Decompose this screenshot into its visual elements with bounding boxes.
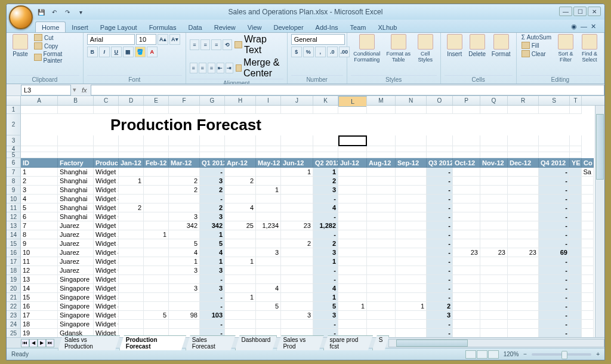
cell[interactable]: Aug-12 [367,158,396,168]
cell[interactable] [570,257,582,266]
cell[interactable]: Juarez [58,248,94,257]
cell[interactable] [508,221,539,230]
cell[interactable] [582,239,594,248]
cell[interactable] [281,230,313,239]
cell[interactable] [480,177,508,186]
cell[interactable]: - [313,230,338,239]
cell[interactable] [367,311,396,320]
cell[interactable] [453,239,480,248]
cell[interactable]: - [427,203,453,212]
underline-button[interactable]: U [111,47,122,57]
cell[interactable]: 23 [281,221,313,230]
cell[interactable] [480,168,508,177]
cell[interactable]: Widget 1 [94,221,119,230]
cell[interactable]: - [539,329,570,337]
cell[interactable] [256,266,281,275]
cell[interactable]: 2 [313,177,338,186]
cell[interactable]: 8 [21,230,58,239]
cell[interactable] [396,239,427,248]
cell[interactable] [119,221,144,230]
delete-cells-button[interactable]: Delete [467,34,487,57]
cell[interactable] [508,311,539,320]
cell[interactable]: 1 [200,230,225,239]
cell[interactable] [338,195,367,203]
cell[interactable] [367,239,396,248]
cell[interactable] [570,302,582,311]
cell[interactable]: 2 [21,177,58,186]
cell[interactable] [396,293,427,302]
cell[interactable] [169,230,200,239]
cell[interactable] [21,106,58,114]
cell[interactable]: Widget 6 [94,320,119,329]
row-header[interactable]: 5 [7,152,21,158]
cell[interactable] [480,329,508,337]
redo-icon[interactable]: ↷ [63,7,72,17]
cell[interactable] [427,135,453,146]
cell[interactable]: Singapore [58,302,94,311]
cell[interactable]: Jan-12 [119,158,144,168]
cell[interactable] [58,106,94,114]
cell[interactable]: 2 [169,177,200,186]
cell[interactable] [119,320,144,329]
cell[interactable] [367,275,396,284]
sheet-tab[interactable]: Sales vs Production [58,335,120,350]
cell[interactable] [453,266,480,275]
cell[interactable]: - [539,230,570,239]
cell[interactable]: - [539,221,570,230]
cell[interactable] [281,320,313,329]
cell[interactable] [367,186,396,195]
column-header[interactable]: K [313,96,338,105]
cell[interactable] [169,320,200,329]
cell[interactable]: 2 [313,239,338,248]
align-bottom-icon[interactable]: ≡ [211,39,221,50]
format-cells-button[interactable]: Format [490,34,513,57]
row-header[interactable]: 17 [7,257,21,266]
currency-icon[interactable]: $ [291,47,302,57]
cell[interactable]: 1 [21,168,58,177]
cell[interactable]: 1 [313,293,338,302]
zoom-slider[interactable] [532,353,591,356]
cell[interactable] [396,146,427,152]
cell[interactable] [338,248,367,257]
cell[interactable] [119,248,144,257]
cell[interactable] [367,293,396,302]
column-header[interactable]: G [200,96,225,105]
cell[interactable] [582,203,594,212]
row-header[interactable]: 13 [7,221,21,230]
cell[interactable] [453,329,480,337]
cell[interactable] [119,152,144,158]
cell[interactable] [453,152,480,158]
cell[interactable] [169,168,200,177]
cell[interactable] [225,106,256,114]
cell[interactable]: - [200,302,225,311]
cell[interactable] [225,266,256,275]
cell[interactable] [281,257,313,266]
cell[interactable] [427,106,453,114]
cell[interactable] [119,168,144,177]
cell[interactable] [570,239,582,248]
cell[interactable] [480,221,508,230]
cell[interactable]: Factory [58,158,94,168]
cell[interactable] [94,106,119,114]
cell[interactable] [256,230,281,239]
cell[interactable] [508,168,539,177]
cell[interactable] [256,320,281,329]
cell[interactable] [570,168,582,177]
align-top-icon[interactable]: ≡ [190,39,199,50]
cell[interactable] [21,135,58,146]
row-header[interactable]: 6 [7,158,21,168]
row-header[interactable]: 2 [7,114,21,135]
cell[interactable] [200,135,225,146]
cell[interactable] [396,248,427,257]
cell[interactable] [480,203,508,212]
vertical-scrollbar[interactable] [595,106,604,337]
cell[interactable] [144,284,169,293]
cell[interactable] [582,275,594,284]
cell[interactable] [281,212,313,221]
align-middle-icon[interactable]: ≡ [200,39,210,50]
decrease-font-icon[interactable]: A▾ [169,34,180,45]
cell[interactable]: 1 [200,257,225,266]
cell[interactable] [144,266,169,275]
cell[interactable] [169,293,200,302]
sheet-tab[interactable]: Sales Forecast [186,335,236,350]
